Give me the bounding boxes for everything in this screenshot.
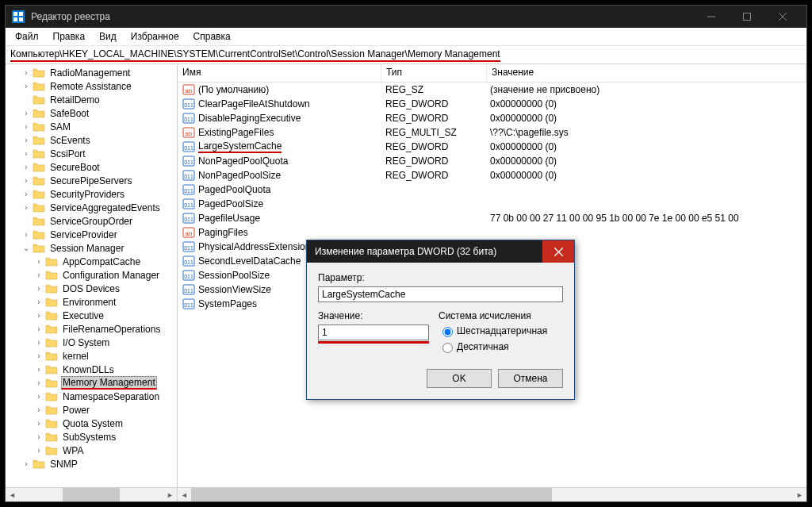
- tree-item[interactable]: ›Executive: [6, 309, 177, 322]
- tree-item[interactable]: ›Environment: [6, 295, 177, 309]
- tree-item[interactable]: RetailDemo: [6, 93, 177, 106]
- svg-rect-1: [13, 12, 17, 16]
- expand-icon[interactable]: ›: [21, 136, 31, 144]
- scroll-left-icon[interactable]: ◄: [6, 488, 19, 501]
- tree-item[interactable]: ›Memory Management: [6, 376, 177, 390]
- maximize-button[interactable]: [729, 6, 764, 28]
- tree-item[interactable]: ›kernel: [6, 349, 177, 363]
- expand-icon[interactable]: ›: [34, 311, 44, 320]
- tree-hscrollbar[interactable]: ◄ ►: [6, 487, 177, 501]
- radio-dec[interactable]: Десятичная: [439, 340, 563, 353]
- expand-icon[interactable]: ›: [34, 405, 44, 414]
- scroll-thumb[interactable]: [63, 488, 121, 501]
- menu-edit[interactable]: Правка: [47, 29, 92, 44]
- menu-help[interactable]: Справка: [187, 29, 237, 44]
- tree-item[interactable]: ›WPA: [6, 444, 177, 457]
- list-hscrollbar[interactable]: ◄ ►: [178, 487, 806, 501]
- tree-item[interactable]: ›ScsiPort: [6, 147, 177, 160]
- tree-item[interactable]: ›Remote Assistance: [6, 79, 177, 93]
- tree-item[interactable]: ›SecurityProviders: [6, 187, 177, 201]
- expand-icon[interactable]: ›: [21, 68, 31, 77]
- expand-icon[interactable]: ›: [34, 378, 44, 387]
- expand-icon[interactable]: ›: [21, 109, 31, 117]
- cancel-button[interactable]: Отмена: [498, 369, 563, 388]
- titlebar[interactable]: Редактор реестра: [6, 6, 806, 28]
- expand-icon[interactable]: ›: [21, 82, 31, 90]
- value-row[interactable]: 011PagefileUsage77 0b 00 00 27 11 00 00 …: [178, 211, 806, 225]
- radio-hex[interactable]: Шестнадцатеричная: [439, 325, 563, 337]
- expand-icon[interactable]: ›: [34, 271, 44, 279]
- value-row[interactable]: 011LargeSystemCacheREG_DWORD0x00000000 (…: [178, 140, 806, 154]
- expand-icon[interactable]: ›: [34, 392, 44, 401]
- value-input[interactable]: [318, 325, 429, 340]
- tree-item[interactable]: ›Quota System: [6, 417, 177, 430]
- tree-item[interactable]: ›Power: [6, 403, 177, 417]
- tree-item[interactable]: ›DOS Devices: [6, 282, 177, 295]
- value-row[interactable]: abPagingFiles: [178, 225, 806, 240]
- value-row[interactable]: ab(По умолчанию)REG_SZ(значение не присв…: [178, 83, 806, 97]
- expand-icon[interactable]: ›: [34, 419, 44, 428]
- column-name[interactable]: Имя: [178, 64, 381, 82]
- expand-icon[interactable]: ›: [21, 459, 31, 468]
- radio-hex-input[interactable]: [442, 327, 453, 337]
- tree-item[interactable]: ›AppCompatCache: [6, 255, 177, 268]
- expand-icon[interactable]: ›: [34, 298, 44, 306]
- tree-item[interactable]: ›Configuration Manager: [6, 268, 177, 282]
- value-row[interactable]: 011PagedPoolSize: [178, 197, 806, 211]
- expand-icon[interactable]: ›: [21, 122, 31, 131]
- param-input[interactable]: [318, 286, 563, 302]
- tree-item[interactable]: ›I/O System: [6, 336, 177, 349]
- radio-dec-input[interactable]: [442, 343, 453, 353]
- scroll-right-icon[interactable]: ►: [163, 488, 177, 501]
- tree-item[interactable]: ›ScEvents: [6, 133, 177, 147]
- tree-item[interactable]: ServiceGroupOrder: [6, 214, 177, 228]
- tree-item[interactable]: ›KnownDLLs: [6, 363, 177, 376]
- tree-item[interactable]: ⌄Session Manager: [6, 241, 177, 255]
- expand-icon[interactable]: ›: [34, 338, 44, 347]
- expand-icon[interactable]: ›: [34, 325, 44, 333]
- column-value[interactable]: Значение: [487, 64, 806, 82]
- tree-item[interactable]: ›SNMP: [6, 457, 177, 471]
- expand-icon[interactable]: ›: [34, 432, 44, 441]
- scroll-left-icon[interactable]: ◄: [178, 488, 191, 501]
- value-row[interactable]: abExistingPageFilesREG_MULTI_SZ\??\C:\pa…: [178, 125, 806, 140]
- tree-item[interactable]: ›SecurePipeServers: [6, 174, 177, 187]
- expand-icon[interactable]: ›: [21, 163, 31, 171]
- close-button[interactable]: [764, 6, 800, 28]
- tree-item[interactable]: ›SAM: [6, 120, 177, 133]
- menu-favorites[interactable]: Избранное: [124, 29, 186, 44]
- expand-icon[interactable]: ›: [21, 190, 31, 198]
- address-bar[interactable]: Компьютер\HKEY_LOCAL_MACHINE\SYSTEM\Curr…: [6, 46, 806, 64]
- tree-item[interactable]: ›SafeBoot: [6, 106, 177, 120]
- expand-icon[interactable]: ›: [34, 284, 44, 293]
- expand-icon[interactable]: ›: [21, 176, 31, 185]
- expand-icon[interactable]: ›: [21, 230, 31, 239]
- tree-item[interactable]: ›SubSystems: [6, 430, 177, 444]
- tree-item[interactable]: ›FileRenameOperations: [6, 322, 177, 336]
- menu-view[interactable]: Вид: [93, 29, 123, 44]
- column-type[interactable]: Тип: [381, 64, 487, 82]
- value-row[interactable]: 011NonPagedPoolSizeREG_DWORD0x00000000 (…: [178, 168, 806, 182]
- ok-button[interactable]: OK: [427, 369, 492, 388]
- value-row[interactable]: 011NonPagedPoolQuotaREG_DWORD0x00000000 …: [178, 154, 806, 168]
- expand-icon[interactable]: ›: [34, 351, 44, 360]
- expand-icon[interactable]: ›: [34, 257, 44, 266]
- value-row[interactable]: 011ClearPageFileAtShutdownREG_DWORD0x000…: [178, 97, 806, 111]
- menu-file[interactable]: Файл: [9, 29, 45, 44]
- tree-item[interactable]: ›ServiceProvider: [6, 228, 177, 241]
- expand-icon[interactable]: ⌄: [21, 244, 31, 252]
- expand-icon[interactable]: ›: [34, 365, 44, 374]
- tree-item[interactable]: ›SecureBoot: [6, 160, 177, 174]
- scroll-thumb[interactable]: [191, 488, 552, 501]
- value-row[interactable]: 011DisablePagingExecutiveREG_DWORD0x0000…: [178, 111, 806, 125]
- dialog-close-button[interactable]: [542, 240, 574, 263]
- tree-item[interactable]: ›RadioManagement: [6, 66, 177, 79]
- expand-icon[interactable]: ›: [21, 203, 31, 212]
- value-row[interactable]: 011PagedPoolQuota: [178, 182, 806, 197]
- scroll-right-icon[interactable]: ►: [793, 488, 806, 501]
- tree-item[interactable]: ›ServiceAggregatedEvents: [6, 201, 177, 214]
- minimize-button[interactable]: [693, 6, 729, 28]
- tree-item[interactable]: ›NamespaceSeparation: [6, 390, 177, 403]
- expand-icon[interactable]: ›: [34, 446, 44, 455]
- expand-icon[interactable]: ›: [21, 149, 31, 158]
